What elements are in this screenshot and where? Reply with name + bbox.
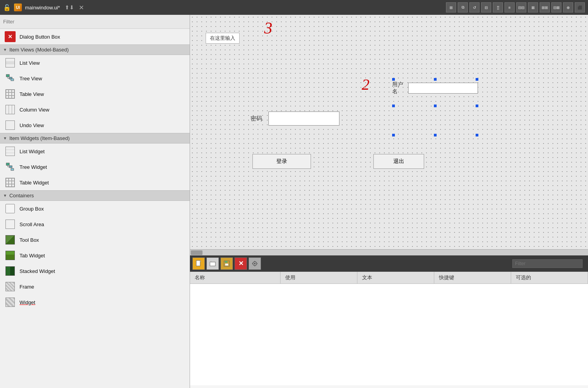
list-item-table-widget[interactable]: Table Widget — [0, 175, 190, 190]
bottom-toolbar-btn-delete[interactable]: ✕ — [234, 257, 247, 270]
canvas-hscroll[interactable] — [190, 249, 588, 255]
list-item-list-widget[interactable]: List Widget — [0, 144, 190, 159]
svg-point-19 — [254, 263, 256, 264]
toolbar-btn-4[interactable]: ⊟ — [481, 2, 491, 12]
svg-rect-17 — [225, 264, 228, 266]
annotation-2: 2 — [362, 75, 369, 94]
list-item-column-view[interactable]: Column View — [0, 102, 190, 117]
selection-handle-2tl — [392, 134, 395, 136]
col-optional: 可选的 — [511, 272, 588, 283]
main-layout: ✕ Dialog Button Box ▼ Item Views (Model-… — [0, 15, 588, 388]
toolbar-btn-5[interactable]: ⣿ — [493, 2, 503, 12]
username-row: 用户名 — [392, 81, 478, 95]
bottom-toolbar-btn-settings[interactable] — [249, 257, 261, 270]
col-name: 名称 — [190, 272, 281, 283]
list-item-tree-view[interactable]: Tree View — [0, 71, 190, 86]
sort-arrows-icon[interactable]: ⬆⬇ — [65, 4, 74, 11]
canvas-area[interactable]: 3 在这里输入 2 用户名 — [190, 15, 588, 249]
left-panel: ✕ Dialog Button Box ▼ Item Views (Model-… — [0, 15, 190, 388]
list-item-scroll-area[interactable]: Scroll Area — [0, 216, 190, 232]
bottom-toolbar: ✕ — [190, 255, 588, 272]
category-containers-label: Containers — [9, 193, 34, 198]
frame-icon — [5, 281, 16, 292]
placeholder-text: 在这里输入 — [210, 35, 235, 41]
username-input[interactable] — [408, 83, 478, 94]
canvas-placeholder[interactable]: 在这里输入 — [206, 33, 240, 44]
widget-list: ✕ Dialog Button Box ▼ Item Views (Model-… — [0, 29, 190, 388]
bottom-toolbar-btn-save[interactable] — [220, 257, 233, 270]
filename-label: mainwindow.ui* — [25, 5, 60, 11]
toolbar-btn-8[interactable]: ⊠ — [528, 2, 538, 12]
undo-view-icon — [5, 120, 16, 131]
list-item-dialog-button-box[interactable]: ✕ Dialog Button Box — [0, 29, 190, 44]
svg-marker-12 — [200, 260, 201, 262]
password-input[interactable] — [268, 112, 339, 126]
bottom-table-header: 名称 使用 文本 快捷键 可选的 — [190, 272, 588, 284]
col-shortcut: 快捷键 — [434, 272, 511, 283]
main-toolbar: ⊞ ⧉ ↺ ⊟ ⣿ ≡ ⊟⊟ ⊠ ⊞⊞ ⊟⊠ ⊕ ⬛ — [446, 2, 585, 12]
annotation-3: 3 — [264, 19, 272, 37]
list-item-tool-box[interactable]: Tool Box — [0, 232, 190, 248]
selection-handle-2tm — [434, 134, 437, 136]
svg-rect-6 — [6, 163, 9, 165]
toolbar-btn-9[interactable]: ⊞⊞ — [540, 2, 550, 12]
toolbar-btn-2[interactable]: ⧉ — [458, 2, 468, 12]
selection-handle-bl — [392, 105, 395, 107]
category-item-widgets-label: Item Widgets (Item-Based) — [9, 135, 70, 141]
list-item-widget[interactable]: Widget — [0, 294, 190, 310]
list-item-frame[interactable]: Frame — [0, 279, 190, 294]
bottom-toolbar-btn-open[interactable] — [206, 257, 219, 270]
close-icon[interactable]: ✕ — [79, 4, 84, 11]
list-item-stacked-widget[interactable]: Stacked Widget — [0, 263, 190, 279]
svg-rect-16 — [225, 261, 227, 263]
category-item-widgets[interactable]: ▼ Item Widgets (Item-Based) — [0, 133, 190, 144]
list-view-icon — [5, 57, 16, 68]
collapse-arrow-icon-2: ▼ — [3, 136, 7, 140]
password-label: 密码 — [250, 115, 262, 122]
column-view-icon — [5, 104, 16, 115]
svg-rect-0 — [6, 74, 9, 77]
toolbar-btn-10[interactable]: ⊟⊠ — [551, 2, 561, 12]
col-text: 文本 — [357, 272, 434, 283]
toolbar-btn-6[interactable]: ≡ — [505, 2, 515, 12]
tree-widget-icon — [5, 161, 16, 172]
file-icon: UI — [14, 4, 22, 11]
toolbar-btn-12[interactable]: ⬛ — [575, 2, 585, 12]
password-row: 密码 — [250, 112, 339, 126]
list-item-group-box[interactable]: Group Box — [0, 201, 190, 216]
filter-input[interactable] — [3, 19, 187, 25]
tree-view-icon — [5, 73, 16, 84]
logout-button[interactable]: 退出 — [373, 154, 424, 169]
login-button[interactable]: 登录 — [252, 154, 311, 169]
bottom-table: 名称 使用 文本 快捷键 可选的 — [190, 272, 588, 388]
list-item-table-view[interactable]: Table View — [0, 86, 190, 102]
selection-handle-br — [476, 105, 478, 107]
bottom-filter-input[interactable] — [512, 259, 583, 268]
list-item-list-view[interactable]: List View — [0, 55, 190, 71]
table-widget-icon — [5, 177, 16, 188]
stacked-widget-icon — [5, 266, 16, 276]
list-widget-icon — [5, 146, 16, 157]
svg-rect-13 — [210, 262, 215, 266]
svg-rect-9 — [9, 166, 12, 168]
toolbar-btn-3[interactable]: ↺ — [469, 2, 480, 12]
hscroll-thumb[interactable] — [191, 250, 203, 255]
category-item-views[interactable]: ▼ Item Views (Model-Based) — [0, 44, 190, 55]
selection-handle-bm — [434, 105, 437, 107]
svg-rect-5 — [11, 79, 14, 81]
title-bar: 🔓 UI mainwindow.ui* ⬆⬇ ✕ ⊞ ⧉ ↺ ⊟ ⣿ ≡ ⊟⊟ … — [0, 0, 588, 15]
list-item-tab-widget[interactable]: Tab Widget — [0, 248, 190, 263]
filter-bar — [0, 15, 190, 29]
scroll-area-icon — [5, 219, 16, 230]
list-item-tree-widget[interactable]: Tree Widget — [0, 159, 190, 175]
toolbar-btn-11[interactable]: ⊕ — [563, 2, 573, 12]
bottom-toolbar-btn-new[interactable] — [192, 257, 205, 270]
toolbar-btn-7[interactable]: ⊟⊟ — [516, 2, 526, 12]
collapse-arrow-icon-3: ▼ — [3, 193, 7, 198]
selection-handle-tr — [476, 78, 478, 81]
bottom-panel: ✕ 名称 使用 文本 快捷键 可选的 — [190, 255, 588, 388]
toolbar-btn-1[interactable]: ⊞ — [446, 2, 456, 12]
list-item-undo-view[interactable]: Undo View — [0, 117, 190, 133]
category-containers[interactable]: ▼ Containers — [0, 190, 190, 201]
selection-handle-tm — [434, 78, 437, 81]
